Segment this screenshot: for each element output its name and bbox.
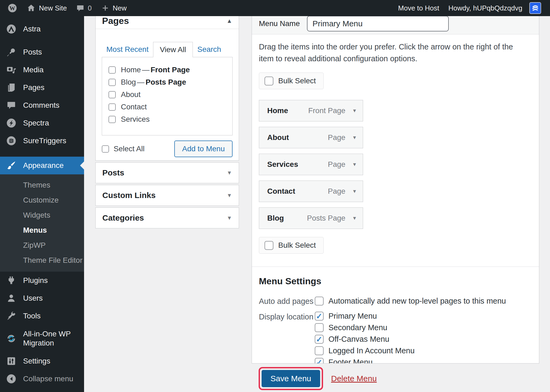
sidebar-item-comments[interactable]: Comments — [0, 96, 84, 114]
menu-item-home[interactable]: Home Front Page ▼ — [259, 100, 363, 121]
expand-item-icon[interactable]: ▼ — [352, 108, 357, 114]
accordion-posts[interactable]: Posts ▼ — [95, 162, 239, 183]
bulk-select-checkbox[interactable] — [265, 77, 273, 85]
accordion-custom-links[interactable]: Custom Links ▼ — [95, 185, 239, 206]
submenu-item-menus[interactable]: Menus — [0, 223, 84, 238]
location-checkbox-secondary[interactable] — [315, 323, 324, 332]
expand-item-icon[interactable]: ▼ — [352, 215, 357, 221]
expand-item-icon[interactable]: ▼ — [352, 189, 357, 194]
sidebar-item-posts[interactable]: Posts — [0, 43, 84, 61]
page-checkbox-row-home[interactable]: Home—Front Page — [108, 64, 232, 76]
bulk-select-bottom[interactable]: Bulk Select — [259, 237, 324, 254]
submenu-item-widgets[interactable]: Widgets — [0, 208, 84, 223]
sidebar-item-astra[interactable]: Astra — [0, 20, 84, 38]
migration-icon — [5, 333, 17, 344]
sidebar-item-users[interactable]: Users — [0, 289, 84, 307]
wrench-icon — [5, 311, 17, 321]
checkbox-contact[interactable] — [108, 103, 116, 111]
site-name-menu[interactable]: New Site — [22, 0, 71, 16]
select-all-checkbox[interactable] — [102, 145, 109, 153]
plus-icon — [101, 4, 110, 12]
sidebar-item-ai1wm[interactable]: All-in-One WP Migration — [0, 325, 84, 352]
location-checkbox-off-canvas[interactable] — [315, 335, 324, 344]
pages-panel-title: Pages — [102, 16, 129, 26]
sidebar-item-tools[interactable]: Tools — [0, 307, 84, 325]
sidebar-label-pages: Pages — [23, 83, 44, 92]
sidebar-label-comments: Comments — [23, 101, 59, 110]
user-icon — [5, 293, 17, 304]
auto-add-checkbox[interactable] — [315, 297, 324, 305]
site-name-label: New Site — [39, 4, 67, 12]
bulk-select-top[interactable]: Bulk Select — [259, 73, 324, 89]
location-checkbox-logged-in[interactable] — [315, 346, 324, 355]
location-footer-menu[interactable]: Footer Menu — [315, 358, 415, 364]
menu-item-meta: Front Page ▼ — [308, 106, 357, 115]
location-secondary-menu[interactable]: Secondary Menu — [315, 323, 415, 332]
menu-settings-title: Menu Settings — [259, 276, 532, 286]
submenu-item-customize[interactable]: Customize — [0, 193, 84, 208]
wp-logo-menu[interactable]: W — [3, 0, 22, 16]
menu-item-type: Page — [328, 187, 345, 196]
select-all-row[interactable]: Select All — [102, 145, 144, 153]
sidebar-item-plugins[interactable]: Plugins — [0, 272, 84, 289]
save-menu-button[interactable]: Save Menu — [262, 370, 320, 387]
sidebar-item-suretriggers[interactable]: SureTriggers — [0, 132, 84, 150]
submenu-item-zipwp[interactable]: ZipWP — [0, 238, 84, 253]
sidebar-item-spectra[interactable]: Spectra — [0, 114, 84, 132]
sidebar-item-pages[interactable]: Pages — [0, 79, 84, 96]
add-to-menu-button[interactable]: Add to Menu — [174, 141, 233, 157]
move-to-host-menu[interactable]: Move to Host — [393, 0, 444, 16]
bulk-select-checkbox[interactable] — [265, 241, 273, 250]
submenu-item-theme-file-editor[interactable]: Theme File Editor — [0, 253, 84, 268]
admin-sidebar: Astra Posts Media Pages Comments Spectra — [0, 16, 84, 392]
menu-item-contact[interactable]: Contact Page ▼ — [259, 181, 363, 202]
menu-item-title: Contact — [267, 187, 295, 196]
sidebar-item-media[interactable]: Media — [0, 61, 84, 79]
sidebar-item-settings[interactable]: Settings — [0, 352, 84, 370]
new-content-menu[interactable]: New — [96, 0, 131, 16]
howdy-account-menu[interactable]: Howdy, hUPqbQdzqdvg — [444, 0, 546, 16]
collapse-arrow-icon — [5, 373, 17, 384]
checkbox-about[interactable] — [108, 91, 116, 98]
collapse-menu-button[interactable]: Collapse menu — [0, 370, 84, 388]
admin-bar-left: W New Site 0 New — [0, 0, 131, 16]
comments-menu[interactable]: 0 — [71, 0, 96, 16]
menu-item-blog[interactable]: Blog Posts Page ▼ — [259, 207, 363, 229]
location-logged-in-account-menu[interactable]: Logged In Account Menu — [315, 346, 415, 355]
location-checkbox-footer[interactable] — [315, 358, 324, 364]
menu-item-services[interactable]: Services Page ▼ — [259, 154, 363, 175]
auto-add-text: Automatically add new top-level pages to… — [328, 297, 506, 305]
menu-item-about[interactable]: About Page ▼ — [259, 127, 363, 148]
sidebar-label-media: Media — [23, 66, 44, 74]
page-checkbox-row-contact[interactable]: Contact — [108, 101, 232, 113]
checkbox-home[interactable] — [108, 66, 116, 74]
tab-search[interactable]: Search — [193, 42, 226, 57]
pages-tabs: Most Recent View All Search — [102, 42, 233, 57]
collapse-panel-icon[interactable]: ▲ — [226, 17, 232, 26]
submenu-item-themes[interactable]: Themes — [0, 178, 84, 193]
comment-icon — [5, 100, 17, 110]
page-checkbox-row-services[interactable]: Services — [108, 113, 232, 125]
auto-add-pages-field[interactable]: Automatically add new top-level pages to… — [315, 296, 506, 306]
page-checkbox-row-about[interactable]: About — [108, 88, 232, 101]
pushpin-icon — [5, 47, 17, 57]
location-primary-menu[interactable]: Primary Menu — [315, 312, 415, 321]
accordion-title: Custom Links — [102, 191, 155, 200]
checkbox-services[interactable] — [108, 116, 116, 123]
sidebar-item-appearance[interactable]: Appearance — [0, 157, 84, 174]
pages-icon — [5, 82, 17, 93]
expand-item-icon[interactable]: ▼ — [352, 135, 357, 141]
pages-panel-footer: Select All Add to Menu — [102, 139, 233, 159]
tab-most-recent[interactable]: Most Recent — [102, 42, 153, 57]
checkbox-blog[interactable] — [108, 79, 116, 86]
expand-item-icon[interactable]: ▼ — [352, 162, 357, 167]
location-checkbox-primary[interactable] — [315, 312, 324, 321]
location-off-canvas-menu[interactable]: Off-Canvas Menu — [315, 335, 415, 344]
wordpress-logo-icon: W — [7, 3, 17, 13]
accordion-categories[interactable]: Categories ▼ — [95, 207, 239, 228]
page-checkbox-row-blog[interactable]: Blog—Posts Page — [108, 76, 232, 88]
tab-view-all[interactable]: View All — [153, 42, 193, 57]
delete-menu-link[interactable]: Delete Menu — [331, 374, 377, 383]
suretriggers-icon — [5, 135, 17, 146]
menu-name-input[interactable] — [307, 16, 449, 31]
